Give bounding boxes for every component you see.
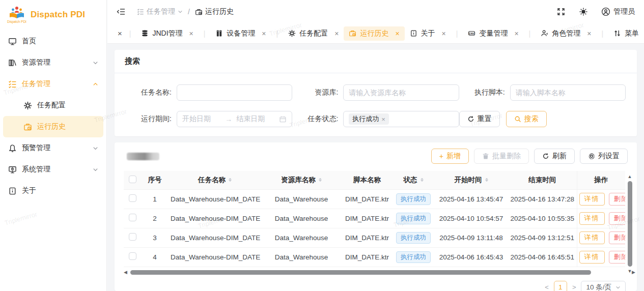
tab-label: JNDI管理 [152,29,182,38]
pagination: < 1 > 10 条/页 [124,281,628,291]
search-actions: 重置 搜索 [459,111,626,127]
detail-button[interactable]: 详情 [579,193,605,206]
tab-menu[interactable]: 菜单 [608,26,644,41]
sidebar-item-run-history[interactable]: 运行历史 [3,116,103,137]
detail-button[interactable]: 详情 [579,251,605,264]
script-input[interactable] [516,89,620,97]
search-button-label: 搜索 [524,114,539,124]
cell-end: 2025-04-10 10:55:35 [508,209,577,228]
database-icon [141,30,149,37]
sort-icon[interactable] [319,178,322,182]
refresh-icon [542,153,549,160]
sidebar-item-home[interactable]: 首页 [0,31,106,52]
delete-button[interactable]: 删除 [609,212,626,225]
chevron-down-icon [93,146,98,151]
add-button-label: 新增 [446,152,461,161]
row-checkbox[interactable] [129,214,136,221]
fullscreen-icon[interactable] [556,7,566,16]
table-toolbar: + 新增 批量删除 刷新 列设置 [124,149,628,164]
status-tag: 执行成功 × [349,113,389,125]
close-icon[interactable]: × [587,30,591,38]
table-row: 3 Data_Warehouse-DIM_DATE Data_Warehouse… [124,228,625,247]
cell-repo: Data_Warehouse [261,247,342,267]
sort-icon[interactable] [229,178,232,182]
page-size-select[interactable]: 10 条/页 [581,281,626,291]
tab-label: 菜单 [625,29,639,38]
chevron-down-icon [93,60,98,66]
delete-button[interactable]: 删除 [609,251,626,264]
tab-devices[interactable]: 设备管理 × [210,26,271,41]
briefcase-clock-icon [349,30,356,37]
detail-button[interactable]: 详情 [579,231,605,244]
start-date-placeholder[interactable]: 开始日期 [182,114,221,124]
horizontal-scrollbar[interactable]: ◀ ▶ [124,270,635,275]
close-icon[interactable]: × [395,30,399,38]
sidebar-collapse-icon[interactable] [117,7,126,16]
tab-label: 设备管理 [227,29,255,38]
select-all-checkbox[interactable] [129,176,136,183]
column-script: 脚本名称 [342,171,393,189]
sidebar-item-about[interactable]: 关于 [0,180,106,201]
vertical-scrollbar[interactable]: ▲ ▼ [627,174,633,291]
sidebar-item-task-config[interactable]: 任务配置 [3,95,103,116]
sidebar-item-alerts[interactable]: 预警管理 [0,137,106,159]
theme-sun-icon[interactable] [579,7,588,16]
row-checkbox[interactable] [129,252,136,260]
next-page-button[interactable]: > [572,283,576,291]
refresh-button[interactable]: 刷新 [534,149,575,164]
horizontal-scroll-thumb[interactable] [130,270,591,275]
sidebar-item-tasks[interactable]: 任务管理 [0,73,106,95]
server-icon [215,30,223,37]
tab-run-history[interactable]: 运行历史 × [344,26,404,41]
table-row: 4 Data_Warehouse-DIM_DATE Data_Warehouse… [124,247,625,267]
scroll-down-icon[interactable]: ▼ [627,269,633,274]
column-settings-button[interactable]: 列设置 [580,149,628,164]
row-checkbox[interactable] [129,194,136,202]
scroll-left-icon[interactable]: ◀ [124,270,127,275]
status-select[interactable]: 执行成功 × [343,111,459,127]
search-button[interactable]: 搜索 [506,111,547,127]
sidebar-item-system[interactable]: 系统管理 [0,159,106,180]
close-icon[interactable]: × [262,30,266,38]
column-task: 任务名称 [169,171,261,189]
user-menu[interactable]: 管理员 [601,7,635,16]
tab-task-config[interactable]: 任务配置 × [283,26,344,41]
detail-button[interactable]: 详情 [579,212,605,225]
delete-button[interactable]: 删除 [609,231,626,244]
vertical-scroll-thumb[interactable] [628,181,632,267]
end-date-placeholder[interactable]: 结束日期 [236,114,275,124]
reset-button-label: 重置 [478,114,492,124]
tab-variables[interactable]: ENV 变量管理 × [463,26,523,41]
breadcrumb-parent[interactable]: 任务管理 [137,7,183,16]
sidebar: Dispatch PDI Dispatch PDI 首页 资源管理 任务管理 任… [0,0,107,291]
repo-input[interactable] [349,89,453,97]
tab-roles[interactable]: 角色管理 × [536,26,596,41]
prev-page-button[interactable]: < [545,283,549,291]
tag-close-icon[interactable]: × [381,115,385,123]
task-name-input[interactable] [182,89,287,97]
scroll-up-icon[interactable]: ▲ [627,174,633,179]
reset-button[interactable]: 重置 [459,111,500,127]
checklist-icon [8,80,17,89]
page-number[interactable]: 1 [554,281,567,291]
close-icon[interactable]: × [514,30,518,38]
top-header: 任务管理 / 运行历史 管理员 [107,0,644,23]
field-label: 资源库: [292,88,338,97]
date-range-input[interactable]: 开始日期 → 结束日期 [177,111,292,127]
tab-about[interactable]: 关于 × [405,26,451,41]
close-icon[interactable]: × [116,29,124,38]
sort-icon[interactable] [485,178,488,182]
row-checkbox[interactable] [129,233,136,241]
close-icon[interactable]: × [442,30,446,38]
column-repo: 资源库名称 [261,171,342,189]
close-icon[interactable]: × [189,30,193,38]
tab-jndi[interactable]: JNDI管理 × [136,26,198,41]
sort-icon[interactable] [421,178,424,182]
batch-delete-button[interactable]: 批量删除 [474,149,529,164]
close-icon[interactable]: × [334,30,339,38]
sidebar-item-label: 任务管理 [22,79,93,89]
cell-script: DIM_DATE.ktr [342,209,393,228]
add-button[interactable]: + 新增 [431,149,469,164]
sidebar-item-resources[interactable]: 资源管理 [0,52,106,73]
delete-button[interactable]: 删除 [609,193,626,206]
